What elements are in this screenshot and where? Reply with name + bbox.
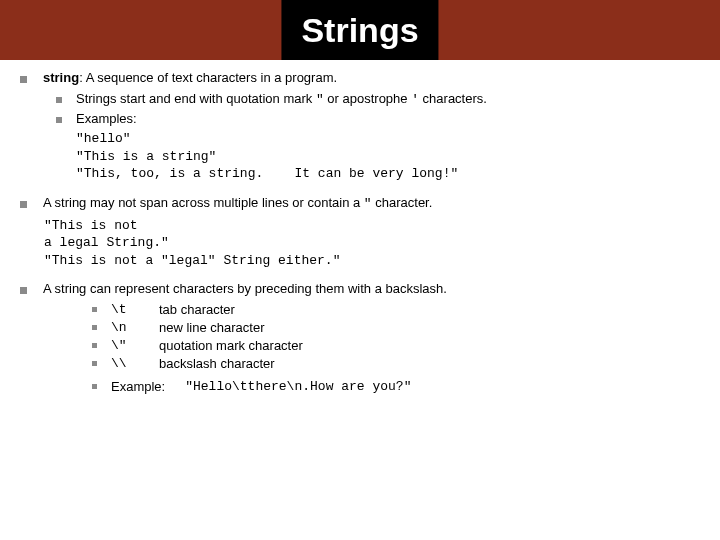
title-box: Strings	[281, 0, 438, 60]
bullet-icon	[92, 307, 97, 312]
escape-desc: new line character	[159, 320, 265, 335]
escape-code: \\	[111, 356, 159, 371]
bullet-sub-1b: Examples:	[56, 111, 700, 126]
escape-row: \n new line character	[92, 320, 700, 335]
bullet-text: A string may not span across multiple li…	[43, 195, 432, 211]
bullet-icon	[20, 287, 27, 294]
bullet-icon	[92, 361, 97, 366]
escape-code: \"	[111, 338, 159, 353]
bullet-icon	[92, 384, 97, 389]
escape-desc: tab character	[159, 302, 235, 317]
slide-content: string: A sequence of text characters in…	[0, 60, 720, 394]
escape-row: \t tab character	[92, 302, 700, 317]
bullet-icon	[92, 343, 97, 348]
bullet-main-3: A string can represent characters by pre…	[20, 281, 700, 296]
bullet-text: string: A sequence of text characters in…	[43, 70, 337, 85]
bullet-icon	[56, 97, 62, 103]
term-string: string	[43, 70, 79, 85]
slide-header: Strings	[0, 0, 720, 60]
term-def: : A sequence of text characters in a pro…	[79, 70, 337, 85]
bullet-icon	[20, 76, 27, 83]
example-label: Example:	[111, 379, 165, 394]
escape-row: \" quotation mark character	[92, 338, 700, 353]
escape-code: \t	[111, 302, 159, 317]
bullet-icon	[20, 201, 27, 208]
bullet-icon	[92, 325, 97, 330]
slide-title: Strings	[301, 11, 418, 50]
bullet-text: Examples:	[76, 111, 137, 126]
escape-desc: quotation mark character	[159, 338, 303, 353]
bullet-icon	[56, 117, 62, 123]
example-code: "Hello\tthere\n.How are you?"	[185, 379, 411, 394]
bullet-main-2: A string may not span across multiple li…	[20, 195, 700, 211]
bullet-sub-1a: Strings start and end with quotation mar…	[56, 91, 700, 107]
bullet-text: Strings start and end with quotation mar…	[76, 91, 487, 107]
escape-row: \\ backslash character	[92, 356, 700, 371]
escape-example-row: Example: "Hello\tthere\n.How are you?"	[92, 379, 700, 394]
code-examples-1: "hello" "This is a string" "This, too, i…	[76, 130, 700, 183]
escape-desc: backslash character	[159, 356, 275, 371]
bullet-text: A string can represent characters by pre…	[43, 281, 447, 296]
code-examples-2: "This is not a legal String." "This is n…	[44, 217, 700, 270]
bullet-main-1: string: A sequence of text characters in…	[20, 70, 700, 85]
escape-code: \n	[111, 320, 159, 335]
